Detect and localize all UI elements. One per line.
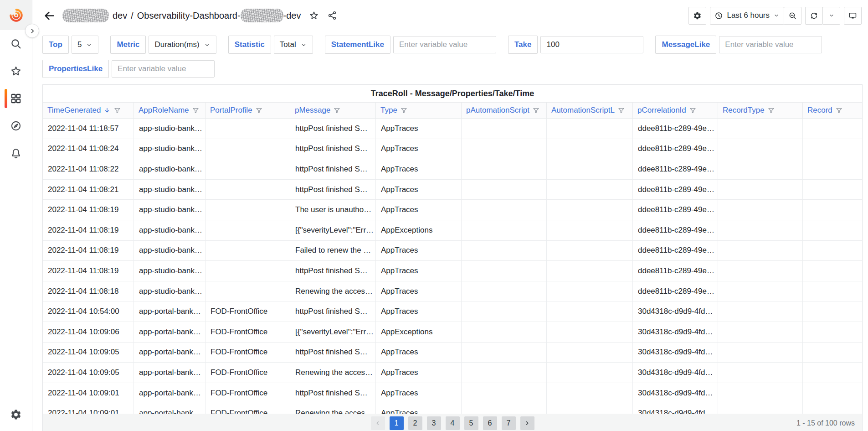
cell-type: AppTraces — [376, 363, 462, 383]
sidebar-expand-button[interactable] — [25, 24, 39, 38]
variable-select-statistic[interactable]: Total — [274, 36, 313, 54]
cell-automationscriptl — [547, 383, 633, 403]
column-header-pmessage[interactable]: pMessage — [290, 103, 376, 118]
page-button-2[interactable]: 2 — [408, 416, 422, 430]
cell-pmessage: httpPost finished S… — [290, 159, 376, 179]
page-button-6[interactable]: 6 — [483, 416, 497, 430]
share-icon — [327, 10, 337, 21]
table-row: 2022-11-04 10:09:06app-portal-bank…FOD-F… — [43, 322, 862, 343]
variable-label: Top — [42, 36, 69, 54]
cell-pcorrelationid: ddee811b-c289-49e… — [633, 200, 718, 220]
cell-approlename: app-studio-bank… — [134, 200, 205, 220]
cell-approlename: app-studio-bank… — [134, 241, 205, 261]
filter-icon[interactable] — [689, 107, 697, 114]
kiosk-mode-button[interactable] — [844, 7, 862, 25]
previous-page-button[interactable] — [371, 416, 385, 430]
chevron-down-icon — [828, 12, 835, 19]
filter-icon[interactable] — [113, 107, 121, 114]
cell-approlename: app-studio-bank… — [134, 159, 205, 179]
cell-pcorrelationid: 30d4318c-d9d9-4fd… — [633, 322, 718, 342]
variable-label: Statistic — [228, 36, 271, 54]
variable-input-statementlike[interactable] — [393, 36, 496, 53]
dashboard-name-prefix: Observability-Dashboard- — [137, 10, 241, 21]
cell-pautomationscript — [462, 261, 547, 281]
cell-pcorrelationid: 30d4318c-d9d9-4fd… — [633, 343, 718, 363]
column-header-record[interactable]: Record — [803, 103, 862, 118]
cell-approlename: app-portal-bank… — [134, 322, 205, 342]
column-header-recordtype[interactable]: RecordType — [718, 103, 803, 118]
cell-portalprofile: FOD-FrontOffice — [205, 383, 290, 403]
cell-pcorrelationid: 30d4318c-d9d9-4fd… — [633, 301, 718, 322]
variable-label: PropertiesLike — [42, 60, 109, 78]
column-header-automationscriptl[interactable]: AutomationScriptL — [547, 103, 633, 118]
zoom-out-icon — [788, 11, 797, 20]
sidebar-item-configuration[interactable] — [0, 401, 32, 428]
cell-pmessage: [{"severityLevel":"Err… — [290, 220, 376, 240]
cell-pmessage: The user is unautho… — [290, 200, 376, 220]
cell-pmessage: httpPost finished S… — [290, 383, 376, 403]
filter-icon[interactable] — [400, 107, 408, 114]
column-header-approlename[interactable]: AppRoleName — [134, 103, 205, 118]
cell-record — [803, 281, 862, 301]
cell-recordtype — [718, 403, 803, 414]
filter-icon[interactable] — [255, 107, 263, 114]
refresh-interval-dropdown[interactable] — [822, 7, 840, 25]
page-button-4[interactable]: 4 — [446, 416, 460, 430]
star-icon — [10, 65, 22, 77]
refresh-controls — [805, 7, 840, 25]
back-button[interactable] — [41, 8, 57, 23]
variable-statementlike: StatementLike — [325, 36, 496, 54]
share-dashboard-button[interactable] — [324, 8, 340, 23]
zoom-out-time-button[interactable] — [784, 7, 801, 25]
variable-input-propertieslike[interactable] — [112, 60, 215, 78]
refresh-button[interactable] — [805, 7, 823, 25]
column-header-type[interactable]: Type — [376, 103, 462, 118]
page-button-5[interactable]: 5 — [464, 416, 478, 430]
variable-input-take[interactable] — [540, 36, 643, 53]
column-header-timegenerated[interactable]: TimeGenerated — [43, 103, 134, 118]
sidebar-item-explore[interactable] — [0, 112, 32, 140]
variable-statistic: StatisticTotal — [228, 36, 313, 54]
column-header-label: AppRoleName — [139, 106, 189, 115]
filter-icon[interactable] — [617, 107, 625, 114]
folder-name-suffix[interactable]: dev — [113, 10, 127, 21]
page-button-1[interactable]: 1 — [390, 416, 404, 430]
cell-type: AppTraces — [376, 241, 462, 261]
cell-recordtype — [718, 301, 803, 322]
cell-pcorrelationid: 30d4318c-d9d9-4fd… — [633, 383, 718, 403]
sidebar-item-dashboards[interactable] — [0, 85, 32, 112]
sort-desc-icon — [103, 107, 111, 114]
filter-icon[interactable] — [192, 107, 200, 114]
filter-icon[interactable] — [835, 107, 843, 114]
cell-recordtype — [718, 261, 803, 281]
cell-timegenerated: 2022-11-04 10:09:06 — [43, 322, 134, 342]
column-header-portalprofile[interactable]: PortalProfile — [205, 103, 290, 118]
sidebar-item-starred[interactable] — [0, 57, 32, 85]
variable-select-metric[interactable]: Duration(ms) — [149, 36, 216, 54]
dashboard-settings-button[interactable] — [688, 7, 706, 25]
next-page-button[interactable] — [520, 416, 534, 430]
variable-input-messagelike[interactable] — [719, 36, 822, 53]
page-button-7[interactable]: 7 — [502, 416, 516, 430]
cell-pmessage: Renewing the acces… — [290, 363, 376, 383]
filter-icon[interactable] — [767, 107, 775, 114]
filter-icon[interactable] — [532, 107, 540, 114]
table-row: 2022-11-04 10:09:05app-portal-bank…FOD-F… — [43, 343, 862, 363]
sidebar — [0, 0, 32, 431]
cell-approlename: app-portal-bank… — [134, 363, 205, 383]
variable-select-top[interactable]: 5 — [72, 36, 98, 54]
cell-recordtype — [718, 383, 803, 403]
cell-pautomationscript — [462, 301, 547, 322]
page-button-3[interactable]: 3 — [427, 416, 441, 430]
sidebar-item-alerting[interactable] — [0, 140, 32, 167]
cell-automationscriptl — [547, 363, 633, 383]
time-range-picker[interactable]: Last 6 hours — [710, 7, 784, 25]
favorite-dashboard-button[interactable] — [306, 8, 322, 23]
column-header-pautomationscript[interactable]: pAutomationScript — [462, 103, 547, 118]
cell-type: AppTraces — [376, 343, 462, 363]
column-header-pcorrelationid[interactable]: pCorrelationId — [633, 103, 718, 118]
cell-recordtype — [718, 281, 803, 301]
cell-record — [803, 322, 862, 342]
filter-icon[interactable] — [333, 107, 341, 114]
cell-pautomationscript — [462, 403, 547, 414]
